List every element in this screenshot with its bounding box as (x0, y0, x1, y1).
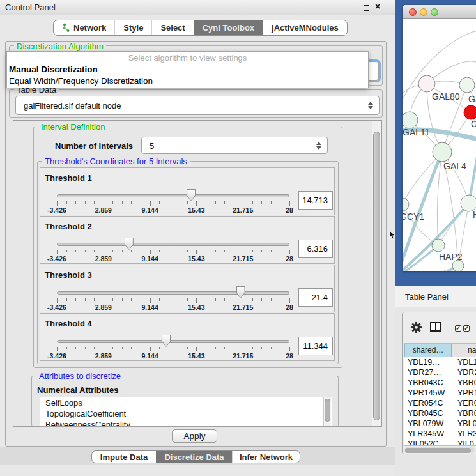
table-cell-name[interactable]: YDL1 (452, 357, 476, 367)
slider-track[interactable] (57, 194, 289, 197)
number-of-intervals-combobox[interactable]: 5 (141, 137, 328, 154)
slider-track[interactable] (57, 243, 289, 246)
table-row[interactable]: YBR043C YBR0 (404, 378, 476, 388)
attribute-list-item-betweennesscentrality[interactable]: BetweennessCentrality (40, 419, 332, 426)
table-cell-name[interactable]: YBL0 (452, 418, 476, 429)
tab-style[interactable]: Style (114, 20, 151, 35)
dropdown-option-equal-width-frequency[interactable]: Equal Width/Frequency Discretization (7, 75, 368, 87)
gear-icon[interactable] (410, 321, 422, 336)
attributes-scrollbar-thumb[interactable] (325, 399, 330, 422)
slider-thumb-face (187, 190, 195, 201)
network-node[interactable] (452, 260, 464, 271)
tab-cyni-toolbox[interactable]: Cyni Toolbox (194, 20, 263, 35)
table-row[interactable]: YDR27… YDR2 (404, 367, 476, 378)
tick-mark (206, 298, 206, 301)
table-cell-name[interactable]: YER0 (452, 398, 476, 408)
tick-mark (187, 298, 188, 301)
stepper-arrows-icon[interactable] (367, 102, 373, 109)
tick-mark (159, 201, 160, 204)
checkbox-icon[interactable]: ✓ (463, 325, 470, 332)
table-row[interactable]: YBL079W YBL0 (404, 418, 476, 429)
table-row[interactable]: YER054C YER0 (404, 398, 476, 408)
tab-discretize-data[interactable]: Discretize Data (156, 451, 232, 463)
table-cell-shared-name[interactable]: YBR043C (404, 378, 452, 388)
table-panel-titlebar: Table Panel (395, 286, 476, 307)
threshold-value-input[interactable]: 6.316 (298, 240, 333, 258)
slider-track[interactable] (57, 340, 289, 343)
tick-mark (169, 298, 169, 301)
horizontal-scrollbar[interactable] (404, 447, 475, 453)
tick-mark (178, 201, 178, 204)
vertical-scrollbar-thumb[interactable] (373, 132, 380, 420)
tick-mark (94, 298, 95, 301)
table-row[interactable]: YBR045C YBR0 (404, 408, 476, 418)
tab-impute-data[interactable]: Impute Data (92, 451, 156, 463)
column-header-name[interactable]: na (452, 344, 476, 357)
horizontal-scrollbar-thumb[interactable] (405, 448, 471, 453)
minimize-traffic-light-icon[interactable] (420, 8, 427, 16)
checkbox-icon[interactable]: ✓ (455, 325, 461, 332)
table-cell-shared-name[interactable]: YDL19… (404, 357, 452, 367)
table-cell-shared-name[interactable]: YBR045C (404, 408, 452, 418)
table-cell-shared-name[interactable]: YPR145W (404, 388, 452, 398)
table-cell-name[interactable]: YBR0 (452, 378, 476, 388)
network-node-c[interactable] (464, 105, 476, 119)
slider-ticks (57, 347, 289, 351)
network-canvas[interactable]: GAL80GCGAL11GAL4GCY1HHAP2 (403, 19, 476, 271)
float-window-icon[interactable] (364, 5, 369, 11)
slider-thumb[interactable] (125, 238, 134, 250)
dropdown-option-manual-discretization[interactable]: Manual Discretization (7, 64, 368, 75)
table-cell-shared-name[interactable]: YDR27… (404, 367, 452, 378)
tick-mark (104, 201, 104, 206)
table-cell-shared-name[interactable]: YER054C (404, 398, 452, 408)
slider-track[interactable] (57, 291, 289, 295)
table-cell-name[interactable]: YBR0 (452, 408, 476, 418)
table-row[interactable]: YIL052C YIL0 (404, 439, 476, 446)
network-node-gal80[interactable] (418, 75, 435, 92)
tick-mark (261, 201, 262, 204)
table-row[interactable]: YPR145W YPR1 (404, 388, 476, 398)
tick-mark (234, 298, 234, 301)
tick-mark (169, 347, 169, 349)
table-cell-shared-name[interactable]: YBL079W (404, 418, 452, 429)
table-data-combobox[interactable]: galFiltered.sif default node (15, 96, 380, 115)
threshold-value-input[interactable]: 14.713 (298, 191, 333, 210)
tab-select[interactable]: Select (151, 20, 193, 35)
table-cell-shared-name[interactable]: YIL052C (404, 439, 452, 446)
table-cell-shared-name[interactable]: YLR345W (404, 429, 452, 439)
network-window-titlebar[interactable] (403, 5, 476, 19)
close-traffic-light-icon[interactable] (409, 8, 417, 16)
tab-network[interactable]: Network (54, 20, 114, 35)
tab-jactivemnodules[interactable]: jActiveMNodules (263, 20, 347, 35)
threshold-value-input[interactable]: 11.344 (298, 337, 333, 355)
apply-button[interactable]: Apply (172, 429, 217, 443)
zoom-traffic-light-icon[interactable] (431, 8, 438, 16)
network-node-hap2[interactable] (432, 239, 445, 252)
close-icon[interactable]: × (375, 1, 380, 12)
table-cell-name[interactable]: YLR3 (452, 429, 476, 439)
table-cell-name[interactable]: YIL0 (452, 439, 476, 446)
tick-mark (252, 347, 253, 349)
threshold-value-input[interactable]: 21.4 (298, 288, 333, 307)
attribute-list-item-topologicalcoefficient[interactable]: TopologicalCoefficient (40, 408, 332, 419)
network-node-gal4[interactable] (433, 142, 452, 162)
column-header-shared-name[interactable]: shared… (404, 344, 452, 357)
slider-thumb[interactable] (162, 335, 171, 347)
network-view-window[interactable]: GAL80GCGAL11GAL4GCY1HHAP2 (403, 5, 476, 271)
attribute-list-item-selfloops[interactable]: SelfLoops (40, 397, 332, 408)
network-node-gal11[interactable] (403, 112, 418, 128)
table-cell-name[interactable]: YPR1 (452, 388, 476, 398)
network-node-gcy1[interactable] (403, 198, 409, 211)
tick-mark (66, 298, 67, 301)
network-node-g[interactable] (459, 77, 475, 93)
show-columns-icon[interactable] (430, 322, 441, 332)
stepper-arrows-icon[interactable] (316, 142, 321, 150)
tick-mark (289, 298, 290, 303)
slider-thumb[interactable] (187, 189, 196, 201)
slider-thumb[interactable] (236, 286, 245, 298)
table-row[interactable]: YDL19… YDL1 (404, 357, 476, 367)
table-row[interactable]: YLR345W YLR3 (404, 429, 476, 439)
tab-infer-network[interactable]: Infer Network (232, 451, 300, 463)
table-cell-name[interactable]: YDR2 (452, 367, 476, 378)
tick-mark (131, 347, 132, 349)
